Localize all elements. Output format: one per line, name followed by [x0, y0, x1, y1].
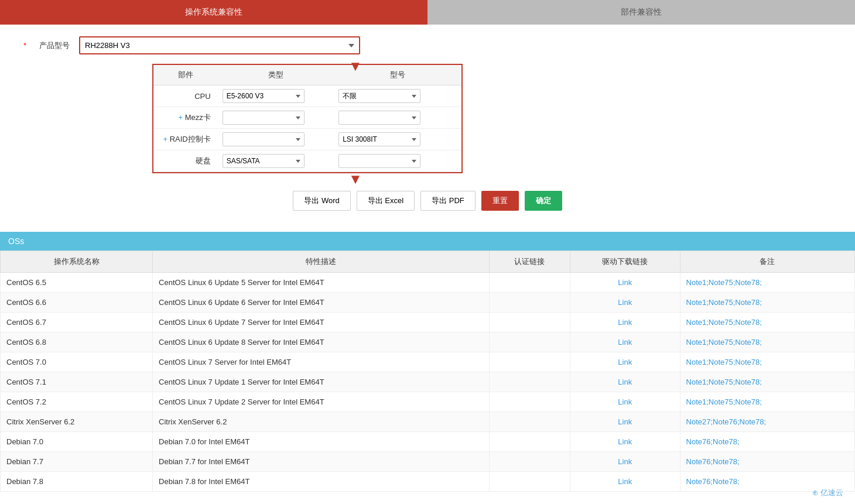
cert-link[interactable] — [489, 352, 570, 372]
hdd-model-select[interactable] — [338, 154, 420, 168]
oss-header: OSs — [0, 232, 855, 251]
raid-plus-icon[interactable]: + — [163, 135, 169, 143]
table-row: Debian 7.7Debian 7.7 for Intel EM64TLink… — [1, 452, 855, 472]
table-row: CentOS 7.0CentOS Linux 7 Server for Inte… — [1, 352, 855, 372]
os-desc: CentOS Linux 7 Update 2 Server for Intel… — [153, 392, 490, 412]
os-name: CentOS 6.7 — [1, 313, 153, 332]
driver-link[interactable]: Link — [570, 392, 680, 412]
driver-link[interactable]: Link — [570, 412, 680, 432]
note: Note1;Note75;Note78; — [680, 332, 854, 352]
os-name: Debian 7.8 — [1, 472, 153, 492]
cert-link[interactable] — [489, 293, 570, 313]
tab-os[interactable]: 操作系统兼容性 — [0, 0, 428, 25]
note: Note1;Note75;Note78; — [680, 392, 854, 412]
export-excel-button[interactable]: 导出 Excel — [357, 191, 415, 211]
buttons-row: 导出 Word 导出 Excel 导出 PDF 重置 确定 — [23, 191, 832, 211]
table-row: CentOS 6.8CentOS Linux 6 Update 8 Server… — [1, 332, 855, 352]
os-desc: Debian 7.8 for Intel EM64T — [153, 472, 490, 492]
arrow-down-top: ▼ — [348, 58, 362, 74]
driver-link[interactable]: Link — [570, 293, 680, 313]
os-name: CentOS 7.1 — [1, 372, 153, 392]
os-desc: CentOS Linux 6 Update 8 Server for Intel… — [153, 332, 490, 352]
mezz-plus-icon[interactable]: + — [178, 113, 184, 122]
table-row: CentOS 6.6CentOS Linux 6 Update 6 Server… — [1, 293, 855, 313]
cpu-type-cell: E5-2600 V3 — [218, 85, 334, 107]
driver-link[interactable]: Link — [570, 472, 680, 492]
driver-link[interactable]: Link — [570, 352, 680, 372]
table-row: CentOS 7.1CentOS Linux 7 Update 1 Server… — [1, 372, 855, 392]
parts-table: 部件 类型 型号 CPU E5-2600 V3 — [153, 65, 461, 172]
note: Note27;Note76;Note78; — [680, 412, 854, 432]
hdd-type-select[interactable]: SAS/SATA — [223, 154, 305, 168]
parts-table-wrapper: 部件 类型 型号 CPU E5-2600 V3 — [152, 64, 463, 173]
col-os-name: 操作系统名称 — [1, 251, 153, 273]
driver-link[interactable]: Link — [570, 372, 680, 392]
raid-model-select[interactable]: LSI 3008IT — [338, 132, 420, 146]
cert-link[interactable] — [489, 412, 570, 432]
product-label: 产品型号 — [29, 40, 70, 51]
driver-link[interactable]: Link — [570, 313, 680, 332]
tab-parts[interactable]: 部件兼容性 — [428, 0, 855, 25]
driver-link[interactable]: Link — [570, 273, 680, 293]
table-row: Citrix XenServer 6.2Citrix XenServer 6.2… — [1, 412, 855, 432]
export-word-button[interactable]: 导出 Word — [293, 191, 350, 211]
hdd-model-cell — [334, 150, 461, 172]
os-desc: CentOS Linux 6 Update 6 Server for Intel… — [153, 293, 490, 313]
col-header-part: 部件 — [153, 65, 218, 85]
note: Note1;Note75;Note78; — [680, 293, 854, 313]
watermark: ⊕ 亿速云 — [812, 488, 843, 492]
cert-link[interactable] — [489, 273, 570, 293]
cpu-type-select[interactable]: E5-2600 V3 — [223, 89, 305, 103]
cert-link[interactable] — [489, 372, 570, 392]
cert-link[interactable] — [489, 392, 570, 412]
form-section: * 产品型号 RH2288H V3 RH2285H V2 RH5885H V3 … — [0, 25, 855, 232]
cert-link[interactable] — [489, 452, 570, 472]
reset-button[interactable]: 重置 — [481, 191, 519, 211]
table-row: Debian 7.0Debian 7.0 for Intel EM64TLink… — [1, 432, 855, 452]
os-name: Debian 7.7 — [1, 452, 153, 472]
hdd-type-cell: SAS/SATA — [218, 150, 334, 172]
raid-type-select[interactable] — [223, 132, 305, 146]
col-header-type: 类型 — [218, 65, 334, 85]
raid-type-cell — [218, 129, 334, 150]
os-name: CentOS 6.6 — [1, 293, 153, 313]
export-pdf-button[interactable]: 导出 PDF — [420, 191, 476, 211]
table-row: CentOS 7.2CentOS Linux 7 Update 2 Server… — [1, 392, 855, 412]
mezz-type-cell — [218, 107, 334, 129]
arrow-down-bottom: ▼ — [348, 171, 362, 187]
part-label-hdd: 硬盘 — [153, 150, 218, 172]
mezz-model-select[interactable] — [338, 111, 420, 125]
confirm-button[interactable]: 确定 — [525, 191, 562, 211]
os-table: 操作系统名称 特性描述 认证链接 驱动下载链接 备注 CentOS 6.5Cen… — [0, 251, 855, 492]
note: Note76;Note78; — [680, 452, 854, 472]
cert-link[interactable] — [489, 313, 570, 332]
part-label-raid: + RAID控制卡 — [153, 129, 218, 150]
driver-link[interactable]: Link — [570, 332, 680, 352]
os-desc: Citrix XenServer 6.2 — [153, 412, 490, 432]
product-select[interactable]: RH2288H V3 RH2285H V2 RH5885H V3 — [79, 36, 360, 54]
driver-link[interactable]: Link — [570, 432, 680, 452]
os-desc: Debian 7.7 for Intel EM64T — [153, 452, 490, 472]
cert-link[interactable] — [489, 432, 570, 452]
table-row: CentOS 6.7CentOS Linux 6 Update 7 Server… — [1, 313, 855, 332]
part-label-mezz: + Mezz卡 — [153, 107, 218, 129]
cpu-model-cell: 不限 — [334, 85, 461, 107]
raid-model-cell: LSI 3008IT — [334, 129, 461, 150]
required-mark: * — [23, 41, 26, 50]
table-row: + RAID控制卡 LSI 3008IT — [153, 129, 461, 150]
mezz-type-select[interactable] — [223, 111, 305, 125]
note: Note1;Note75;Note78; — [680, 313, 854, 332]
os-desc: CentOS Linux 6 Update 7 Server for Intel… — [153, 313, 490, 332]
cert-link[interactable] — [489, 332, 570, 352]
tab-bar: 操作系统兼容性 部件兼容性 — [0, 0, 855, 25]
driver-link[interactable]: Link — [570, 452, 680, 472]
os-desc: CentOS Linux 7 Update 1 Server for Intel… — [153, 372, 490, 392]
os-name: CentOS 7.0 — [1, 352, 153, 372]
cert-link[interactable] — [489, 472, 570, 492]
note: Note1;Note75;Note78; — [680, 372, 854, 392]
col-driver-link: 驱动下载链接 — [570, 251, 680, 273]
col-os-desc: 特性描述 — [153, 251, 490, 273]
cpu-model-select[interactable]: 不限 — [338, 89, 420, 103]
table-row: 硬盘 SAS/SATA — [153, 150, 461, 172]
os-desc: CentOS Linux 6 Update 5 Server for Intel… — [153, 273, 490, 293]
